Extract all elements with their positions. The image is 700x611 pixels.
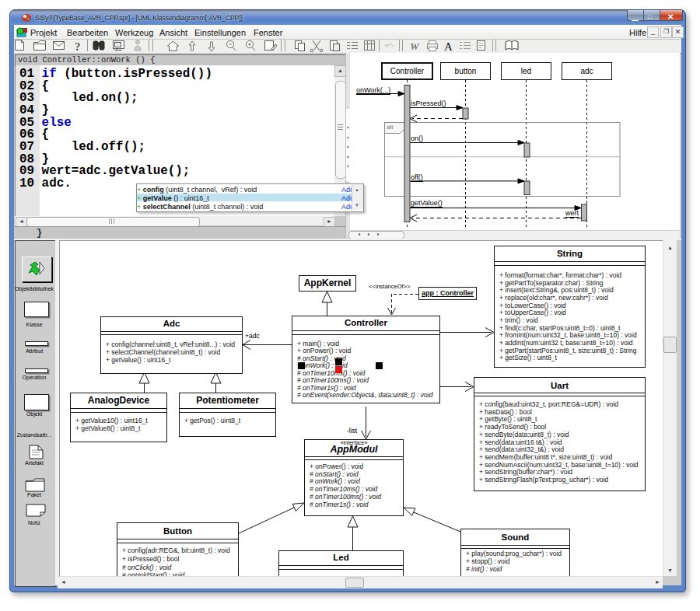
svg-text:?: ? (75, 40, 81, 53)
svg-text:W: W (410, 40, 420, 52)
svg-text:A: A (444, 40, 453, 53)
